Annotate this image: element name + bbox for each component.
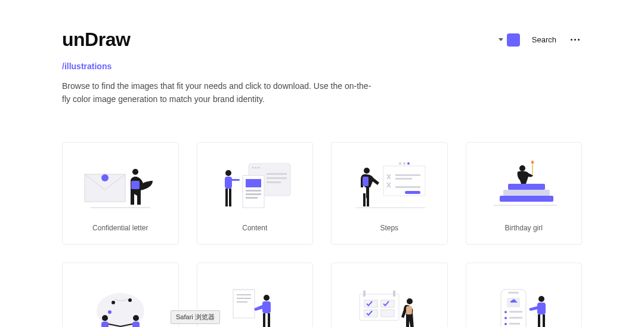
svg-point-45 (102, 315, 108, 321)
svg-rect-55 (263, 313, 265, 327)
svg-point-25 (407, 162, 410, 165)
card-item-8[interactable] (466, 263, 583, 327)
svg-point-17 (225, 170, 231, 176)
svg-rect-9 (267, 173, 287, 175)
svg-point-72 (504, 317, 507, 319)
card-item-7[interactable] (331, 263, 448, 327)
svg-point-6 (252, 166, 254, 168)
svg-rect-37 (508, 184, 545, 190)
svg-rect-51 (237, 298, 251, 299)
svg-point-70 (504, 311, 507, 313)
svg-rect-54 (262, 301, 271, 313)
svg-rect-46 (101, 322, 109, 327)
svg-rect-73 (509, 317, 522, 319)
svg-point-30 (364, 168, 370, 174)
svg-rect-36 (503, 190, 550, 196)
svg-rect-60 (393, 291, 395, 297)
svg-rect-52 (237, 301, 247, 303)
svg-rect-67 (501, 289, 526, 327)
color-swatch (507, 33, 520, 47)
svg-rect-62 (381, 300, 394, 307)
svg-point-44 (108, 310, 112, 314)
svg-rect-29 (405, 191, 420, 194)
header: unDraw Search (62, 29, 582, 51)
svg-rect-13 (246, 179, 261, 187)
svg-rect-27 (395, 178, 412, 180)
svg-rect-18 (225, 177, 232, 189)
svg-rect-48 (132, 322, 140, 327)
svg-rect-33 (367, 193, 369, 206)
svg-rect-21 (229, 189, 231, 206)
svg-rect-26 (395, 174, 420, 176)
svg-rect-35 (500, 196, 553, 202)
svg-point-1 (101, 174, 109, 181)
illustration-birthday-girl-icon (476, 155, 572, 219)
svg-rect-71 (509, 311, 522, 313)
svg-rect-66 (406, 306, 412, 314)
card-confidential-letter[interactable]: Confidential letter (62, 142, 179, 245)
card-title: Content (242, 224, 267, 232)
svg-point-76 (538, 296, 544, 302)
svg-rect-64 (381, 310, 394, 317)
svg-rect-75 (509, 323, 520, 325)
svg-point-53 (264, 295, 270, 301)
caret-down-icon (499, 38, 503, 41)
svg-rect-15 (246, 193, 261, 195)
svg-rect-16 (246, 197, 258, 199)
illustration-item-8-icon (476, 275, 572, 327)
illustrations-grid: Confidential letter (62, 142, 582, 327)
page-description: Browse to find the images that fit your … (62, 79, 372, 106)
svg-point-7 (255, 166, 257, 168)
svg-rect-39 (532, 165, 533, 174)
card-birthday-girl[interactable]: Birthday girl (466, 142, 583, 245)
illustration-item-6-icon (207, 275, 304, 327)
card-title: Confidential letter (92, 224, 148, 232)
svg-point-42 (112, 301, 115, 304)
illustration-item-5-icon (72, 275, 169, 327)
illustration-content-icon (207, 155, 304, 219)
illustration-item-7-icon (341, 275, 438, 327)
svg-point-65 (407, 298, 413, 304)
svg-rect-50 (237, 294, 251, 295)
svg-point-47 (133, 315, 139, 321)
card-title: Birthday girl (505, 224, 543, 232)
card-steps[interactable]: Steps (331, 142, 448, 245)
svg-rect-31 (363, 177, 369, 186)
svg-rect-78 (538, 314, 540, 327)
svg-rect-32 (363, 193, 366, 206)
svg-point-23 (399, 162, 401, 165)
search-link[interactable]: Search (532, 35, 556, 44)
svg-rect-11 (267, 181, 281, 183)
svg-rect-59 (363, 291, 366, 297)
nav: Search (499, 33, 582, 47)
dock-tooltip: Safari 浏览器 (171, 310, 220, 324)
svg-rect-68 (508, 292, 519, 294)
svg-point-38 (519, 165, 525, 171)
svg-rect-49 (233, 289, 255, 318)
svg-point-2 (132, 169, 138, 175)
more-menu-icon[interactable] (568, 36, 582, 43)
svg-point-8 (258, 166, 260, 168)
card-title: Steps (380, 224, 398, 232)
svg-point-24 (403, 162, 405, 165)
svg-rect-77 (537, 303, 546, 314)
illustration-confidential-letter-icon (72, 155, 169, 219)
svg-rect-79 (543, 314, 545, 327)
svg-rect-14 (246, 190, 261, 192)
color-picker[interactable] (499, 33, 520, 47)
illustration-steps-icon (341, 155, 438, 219)
svg-rect-20 (225, 189, 228, 206)
svg-rect-63 (364, 310, 377, 317)
svg-rect-61 (364, 300, 377, 307)
card-content[interactable]: Content (197, 142, 314, 245)
svg-rect-19 (231, 179, 240, 181)
svg-point-74 (504, 323, 507, 325)
card-item-5[interactable] (62, 263, 179, 327)
svg-rect-28 (395, 186, 420, 188)
logo: unDraw (62, 29, 130, 51)
svg-rect-3 (131, 181, 140, 189)
svg-rect-10 (267, 177, 287, 179)
svg-rect-56 (268, 313, 270, 327)
page-subtitle: /illustrations (62, 61, 582, 71)
